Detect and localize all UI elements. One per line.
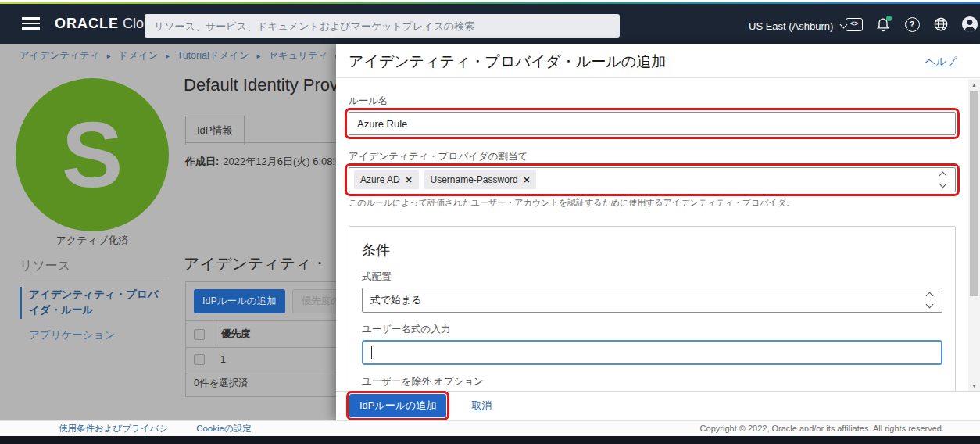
region-selector[interactable]: US East (Ashburn) bbox=[749, 18, 846, 34]
cloud-shell-icon[interactable]: <> bbox=[846, 16, 863, 33]
status-badge: アクティブ化済 bbox=[16, 234, 169, 248]
idp-assign-label: アイデンティティ・プロバイダの割当て bbox=[349, 150, 956, 163]
conditions-title: 条件 bbox=[362, 241, 942, 260]
idp-assign-help: このルールによって評価されたユーザー・アカウントを認証するために使用するアイデン… bbox=[349, 197, 956, 209]
expr-placement-value: 式で始まる bbox=[370, 293, 422, 307]
row-checkbox[interactable] bbox=[194, 354, 205, 365]
logo-oracle-text: ORACLE bbox=[55, 16, 119, 31]
topbar-icons: <> ? bbox=[846, 15, 978, 34]
region-label: US East (Ashburn) bbox=[749, 20, 833, 32]
select-stepper-icon[interactable] bbox=[927, 293, 932, 307]
rule-name-input[interactable] bbox=[349, 112, 956, 135]
drawer-body: ルール名 アイデンティティ・プロバイダの割当て Azure AD ✕ Usern… bbox=[336, 79, 968, 391]
scrollbar-thumb[interactable] bbox=[970, 91, 978, 296]
add-idp-rule-submit-button[interactable]: IdPルールの追加 bbox=[349, 394, 446, 417]
chip-username-password: Username-Password ✕ bbox=[424, 170, 537, 189]
rules-toolbar: IdPルールの追加 優先度の編集 bbox=[186, 282, 336, 320]
created-date-label: 作成日: bbox=[185, 156, 219, 167]
oracle-cloud-console: ORACLECloud US East (Ashburn) <> ? bbox=[0, 0, 980, 444]
add-idp-rule-button-dimmed[interactable]: IdPルールの追加 bbox=[194, 289, 285, 313]
row-priority-value: 1 bbox=[213, 354, 226, 365]
drawer-scrollbar[interactable]: ▲ ▼ bbox=[968, 79, 980, 391]
username-expr-label: ユーザー名式の入力 bbox=[362, 323, 942, 336]
scroll-down-icon[interactable]: ▼ bbox=[968, 380, 980, 391]
cancel-link[interactable]: 取消 bbox=[471, 399, 492, 413]
expr-placement-select[interactable]: 式で始まる bbox=[362, 288, 942, 313]
cookie-settings-link[interactable]: Cookieの設定 bbox=[196, 423, 252, 435]
text-caret bbox=[371, 346, 372, 359]
created-date-value: 2022年12月6日(火) 6:08:56 bbox=[223, 156, 336, 167]
table-header-row: 優先度 bbox=[186, 320, 336, 347]
oracle-cloud-logo[interactable]: ORACLECloud bbox=[55, 16, 159, 32]
user-avatar-icon[interactable] bbox=[961, 16, 978, 33]
chip-azure-ad: Azure AD ✕ bbox=[354, 170, 419, 189]
expr-placement-label: 式配置 bbox=[362, 270, 942, 284]
resources-divider bbox=[20, 278, 168, 278]
rules-section-title: アイデンティティ・ bbox=[184, 253, 327, 274]
conditions-card: 条件 式配置 式で始まる ユーザー名式の入力 ユーザーを除外 オプション 選択.… bbox=[349, 226, 956, 391]
chip-label: Username-Password bbox=[431, 174, 518, 185]
drawer-footer: IdPルールの追加 取消 bbox=[336, 391, 980, 420]
edit-priority-button[interactable]: 優先度の編集 bbox=[292, 289, 336, 313]
tab-underline bbox=[185, 142, 336, 143]
main-page-dimmed: アイデンティティ ▸ ドメイン ▸ Tutorialドメイン ▸ セキュリティ … bbox=[0, 44, 336, 420]
priority-column-header: 優先度 bbox=[213, 328, 251, 341]
selection-status: 0件を選択済 bbox=[186, 371, 336, 395]
select-stepper-icon[interactable] bbox=[940, 173, 946, 187]
add-idp-rule-drawer: アイデンティティ・プロバイダ・ルールの追加 ヘルプ ルール名 アイデンティティ・… bbox=[336, 44, 980, 420]
exclude-users-label: ユーザーを除外 オプション bbox=[362, 375, 942, 388]
page-title: Default Identity Prov bbox=[184, 75, 336, 95]
global-search bbox=[145, 14, 620, 38]
breadcrumb-identity[interactable]: アイデンティティ bbox=[20, 50, 99, 61]
chip-label: Azure AD bbox=[360, 174, 400, 185]
breadcrumb-security[interactable]: セキュリティ bbox=[268, 50, 328, 61]
table-row[interactable]: 1 bbox=[186, 347, 336, 371]
hamburger-menu-icon[interactable] bbox=[22, 17, 40, 33]
chip-remove-icon[interactable]: ✕ bbox=[406, 175, 413, 184]
page-footer: 使用条件およびプライバシ Cookieの設定 Copyright © 2022,… bbox=[0, 420, 980, 436]
created-date: 作成日:2022年12月6日(火) 6:08:56 bbox=[185, 155, 336, 169]
chip-remove-icon[interactable]: ✕ bbox=[524, 175, 531, 184]
drawer-title: アイデンティティ・プロバイダ・ルールの追加 bbox=[349, 52, 666, 72]
username-expression-input[interactable] bbox=[362, 340, 942, 365]
sidebar-item-applications[interactable]: アプリケーション bbox=[29, 328, 115, 342]
rule-name-label: ルール名 bbox=[349, 95, 956, 108]
sidebar-item-idp-rules[interactable]: アイデンティティ・プロバイダ・ルール bbox=[20, 287, 166, 319]
tab-idp-info[interactable]: IdP情報 bbox=[185, 116, 245, 145]
resources-heading: リソース bbox=[20, 258, 70, 274]
scroll-up-icon[interactable]: ▲ bbox=[968, 79, 980, 90]
avatar-letter: S bbox=[62, 102, 123, 208]
notifications-bell-icon[interactable] bbox=[874, 16, 892, 33]
breadcrumb-tutorial-domain[interactable]: Tutorialドメイン bbox=[177, 50, 249, 61]
window-bottom-edge bbox=[0, 436, 980, 444]
breadcrumb-domains[interactable]: ドメイン bbox=[118, 50, 158, 61]
help-icon[interactable]: ? bbox=[903, 16, 921, 33]
drawer-header: アイデンティティ・プロバイダ・ルールの追加 ヘルプ bbox=[336, 44, 980, 78]
copyright-text: Copyright © 2022, Oracle and/or its affi… bbox=[700, 424, 944, 433]
language-globe-icon[interactable] bbox=[932, 16, 950, 33]
resource-avatar: S bbox=[16, 78, 169, 231]
rules-table-card: IdPルールの追加 優先度の編集 優先度 1 0件を選択済 bbox=[185, 281, 336, 397]
top-navigation-bar: ORACLECloud US East (Ashburn) <> ? bbox=[0, 4, 980, 44]
help-link[interactable]: ヘルプ bbox=[925, 55, 957, 69]
search-input[interactable] bbox=[145, 14, 620, 38]
notification-badge bbox=[886, 16, 892, 21]
select-all-checkbox[interactable] bbox=[194, 329, 205, 340]
terms-privacy-link[interactable]: 使用条件およびプライバシ bbox=[59, 423, 168, 435]
breadcrumb: アイデンティティ ▸ ドメイン ▸ Tutorialドメイン ▸ セキュリティ … bbox=[20, 49, 336, 63]
idp-assign-multiselect[interactable]: Azure AD ✕ Username-Password ✕ bbox=[349, 167, 956, 192]
